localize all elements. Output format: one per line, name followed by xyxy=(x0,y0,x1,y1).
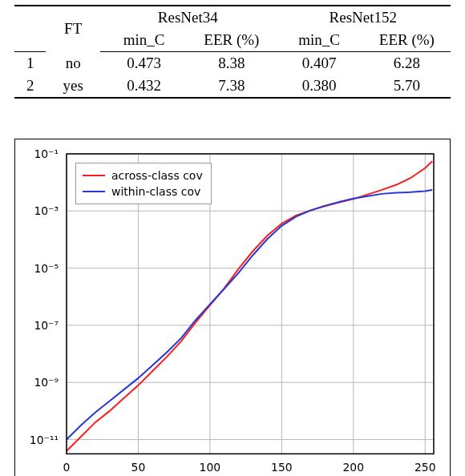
svg-text:10⁻⁷: 10⁻⁷ xyxy=(34,319,59,332)
svg-text:10⁻⁵: 10⁻⁵ xyxy=(34,262,59,275)
results-table: FT ResNet34 ResNet152 min_C EER (%) min_… xyxy=(14,5,451,99)
svg-text:200: 200 xyxy=(343,461,365,474)
table-row: 1 no 0.473 8.38 0.407 6.28 xyxy=(14,52,451,75)
cell-r152-eer: 6.28 xyxy=(363,52,451,75)
cell-r34-eer: 8.38 xyxy=(188,52,275,75)
cell-r34-minc: 0.432 xyxy=(100,75,188,98)
col-group-resnet152: ResNet152 xyxy=(276,6,451,29)
cell-r34-minc: 0.473 xyxy=(100,52,188,75)
col-eer-2: EER (%) xyxy=(363,29,451,52)
col-eer-1: EER (%) xyxy=(188,29,275,52)
svg-text:10⁻¹: 10⁻¹ xyxy=(34,147,59,160)
cell-r152-minc: 0.407 xyxy=(276,52,363,75)
col-minc-1: min_C xyxy=(100,29,188,52)
y-tick-labels: 10⁻¹¹10⁻⁹10⁻⁷10⁻⁵10⁻³10⁻¹ xyxy=(30,147,59,446)
chart-legend: across-class cov within-class cov xyxy=(75,163,212,204)
row-ft: yes xyxy=(46,75,100,98)
table-row: 2 yes 0.432 7.38 0.380 5.70 xyxy=(14,75,451,98)
svg-text:10⁻⁹: 10⁻⁹ xyxy=(34,376,59,389)
cell-r152-eer: 5.70 xyxy=(363,75,451,98)
legend-swatch-blue-icon xyxy=(83,191,105,192)
row-index: 1 xyxy=(14,52,46,75)
legend-entry-across: across-class cov xyxy=(83,167,203,184)
svg-text:100: 100 xyxy=(200,461,221,474)
x-tick-labels: 050100150200250 xyxy=(63,461,436,474)
col-minc-2: min_C xyxy=(276,29,363,52)
legend-swatch-red-icon xyxy=(83,175,105,176)
legend-entry-within: within-class cov xyxy=(83,184,203,200)
row-ft: no xyxy=(46,52,100,75)
svg-text:50: 50 xyxy=(131,461,146,474)
cell-r34-eer: 7.38 xyxy=(188,75,275,98)
col-group-resnet34: ResNet34 xyxy=(100,6,275,29)
svg-text:0: 0 xyxy=(63,461,71,474)
svg-text:10⁻¹¹: 10⁻¹¹ xyxy=(30,434,59,446)
svg-text:10⁻³: 10⁻³ xyxy=(34,204,59,217)
legend-label: within-class cov xyxy=(111,185,200,198)
cell-r152-minc: 0.380 xyxy=(276,75,363,98)
svg-text:150: 150 xyxy=(271,461,293,474)
chart: 050100150200250 10⁻¹¹10⁻⁹10⁻⁷10⁻⁵10⁻³10⁻… xyxy=(14,139,451,476)
row-index: 2 xyxy=(14,75,46,98)
col-ft: FT xyxy=(46,6,100,52)
svg-text:250: 250 xyxy=(414,461,436,474)
legend-label: across-class cov xyxy=(111,169,203,182)
